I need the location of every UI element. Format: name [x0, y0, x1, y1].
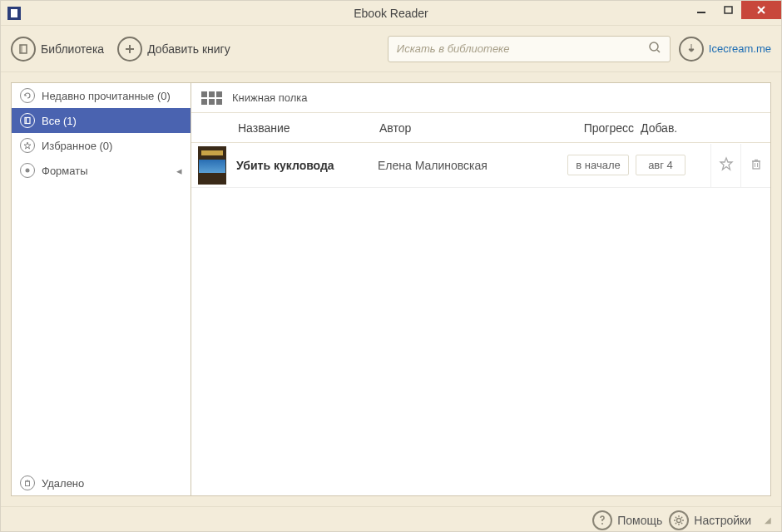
- sidebar-item-label: Удалено: [42, 477, 84, 490]
- resize-grip[interactable]: ◢: [765, 515, 771, 525]
- svg-line-9: [657, 50, 660, 52]
- content-area: Книжная полка Название Автор Прогресс До…: [191, 82, 771, 496]
- svg-rect-1: [725, 7, 732, 13]
- settings-label: Настройки: [694, 514, 751, 527]
- help-icon: [592, 510, 612, 530]
- sidebar: Недавно прочитанные (0) Все (1) Избранно…: [11, 82, 191, 496]
- sidebar-item-label: Недавно прочитанные (0): [42, 90, 171, 102]
- book-icon: [11, 37, 36, 62]
- svg-rect-16: [753, 161, 760, 169]
- sidebar-item-label: Все (1): [42, 115, 77, 127]
- svg-line-28: [681, 522, 682, 523]
- book-added[interactable]: авг 4: [636, 155, 685, 175]
- col-header-progress[interactable]: Прогресс: [562, 121, 634, 135]
- library-label: Библиотека: [41, 42, 104, 56]
- recent-icon: [20, 88, 35, 103]
- grid-view-icon[interactable]: [201, 91, 222, 105]
- svg-rect-4: [20, 45, 27, 53]
- delete-button[interactable]: [740, 144, 770, 187]
- chevron-left-icon: ◂: [176, 165, 182, 177]
- add-book-button[interactable]: Добавить книгу: [117, 37, 230, 62]
- app-icon: [7, 7, 21, 20]
- trash-icon: [20, 475, 35, 490]
- search-icon[interactable]: [648, 41, 661, 57]
- sidebar-item-label: Форматы: [42, 165, 88, 177]
- svg-rect-13: [26, 481, 30, 486]
- book-author: Елена Малиновская: [378, 159, 561, 172]
- sidebar-item-recent[interactable]: Недавно прочитанные (0): [12, 83, 191, 108]
- sidebar-item-label: Избранное (0): [42, 140, 112, 152]
- brand-icon: [679, 37, 704, 62]
- help-label: Помощь: [617, 514, 662, 527]
- book-cover: [198, 146, 226, 185]
- star-icon: [719, 156, 734, 174]
- add-book-label: Добавить книгу: [147, 42, 230, 56]
- search-input[interactable]: [397, 42, 648, 55]
- brand-link-label: Icecream.me: [709, 42, 771, 55]
- maximize-button[interactable]: [715, 1, 741, 19]
- library-button[interactable]: Библиотека: [11, 37, 104, 62]
- table-row[interactable]: Убить кукловода Елена Малиновская в нача…: [191, 143, 770, 188]
- brand-link[interactable]: Icecream.me: [679, 37, 771, 62]
- minimize-button[interactable]: [688, 1, 715, 19]
- plus-icon: [117, 37, 142, 62]
- svg-line-30: [676, 522, 676, 523]
- shelf-title: Книжная полка: [232, 91, 308, 104]
- sidebar-item-favorites[interactable]: Избранное (0): [12, 133, 191, 158]
- all-icon: [20, 113, 35, 128]
- trash-icon: [750, 157, 763, 173]
- help-button[interactable]: Помощь: [592, 510, 662, 530]
- close-button[interactable]: [741, 1, 781, 19]
- sidebar-item-all[interactable]: Все (1): [12, 108, 191, 133]
- settings-button[interactable]: Настройки: [669, 510, 751, 530]
- col-header-added[interactable]: Добав.: [634, 121, 689, 135]
- col-header-author[interactable]: Автор: [379, 121, 562, 135]
- formats-icon: [20, 163, 35, 178]
- book-title: Убить кукловода: [236, 159, 378, 172]
- star-icon: [20, 138, 35, 153]
- gear-icon: [669, 510, 689, 530]
- book-progress[interactable]: в начале: [567, 155, 629, 175]
- svg-rect-10: [25, 118, 30, 124]
- svg-point-8: [650, 42, 658, 51]
- sidebar-item-formats[interactable]: Форматы ◂: [12, 158, 191, 183]
- svg-line-29: [681, 516, 682, 517]
- sidebar-item-deleted[interactable]: Удалено: [12, 470, 191, 495]
- col-header-title[interactable]: Название: [238, 121, 379, 135]
- table-header: Название Автор Прогресс Добав.: [191, 113, 770, 143]
- svg-point-22: [677, 518, 681, 522]
- svg-point-12: [26, 169, 30, 173]
- search-input-wrap[interactable]: [388, 36, 671, 62]
- window-title: Ebook Reader: [1, 7, 781, 20]
- svg-line-27: [676, 516, 676, 517]
- favorite-button[interactable]: [710, 144, 740, 187]
- svg-point-21: [601, 523, 603, 525]
